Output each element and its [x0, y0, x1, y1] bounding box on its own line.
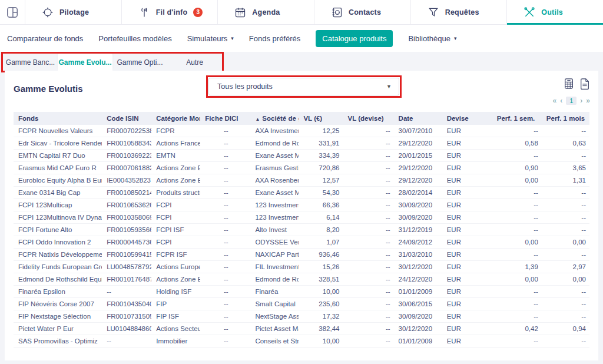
column-header-vl-devise[interactable]: VL (devise) [343, 112, 394, 125]
column-header-devise[interactable]: Devise [442, 112, 492, 125]
fund-name-cell[interactable]: FIP Nextstage Sélection [14, 310, 102, 323]
dashboard-logo-icon [6, 6, 19, 19]
table-row[interactable]: Fidelity Funds European Growth ...LU0048… [14, 261, 589, 273]
column-header-date[interactable]: Date [394, 112, 442, 125]
table-row[interactable]: Edr Sicav - Tricolore Rendement ...FR001… [14, 137, 589, 150]
table-row[interactable]: FCPI Oddo Innovation 2FR0000445736FCPI--… [14, 236, 589, 249]
column-header-fiche-dici[interactable]: Fiche DICI [200, 112, 250, 125]
table-cell: -- [343, 286, 394, 298]
last-page-button[interactable]: » [586, 97, 590, 105]
table-cell: 328,51 [299, 273, 343, 286]
table-cell: 0,00 [542, 273, 589, 286]
table-cell: EUR [442, 137, 492, 150]
table-cell: -- [542, 150, 589, 162]
table-cell: -- [542, 298, 589, 310]
table-cell: 24/09/2012 [394, 236, 442, 249]
table-cell: -- [542, 249, 589, 261]
table-cell: EUR [442, 211, 492, 224]
fund-name-cell[interactable]: Edr Sicav - Tricolore Rendement ... [14, 137, 102, 150]
table-row[interactable]: FIP Néovéris Corse 2007FR0010435040FIP--… [14, 298, 589, 310]
table-row[interactable]: FCPR Nouvelles ValeursFR0007022538FCPR--… [14, 125, 589, 137]
table-row[interactable]: SAS Promovillas - Optimiz--Immobilier--C… [14, 335, 589, 348]
table-row[interactable]: Pictet Water P EurLU0104884860Actions Se… [14, 323, 589, 335]
table-cell: 29/12/2020 [394, 137, 442, 150]
column-header-code-isin[interactable]: Code ISIN [102, 112, 151, 125]
table-cell: 31/12/2019 [394, 224, 442, 236]
table-row[interactable]: FCPR Natixis Développement et ...FR00105… [14, 249, 589, 261]
previous-page-button[interactable]: ‹ [560, 97, 562, 105]
chevron-down-icon: ▾ [454, 36, 457, 41]
fund-name-cell[interactable]: FCPR Natixis Développement et ... [14, 249, 102, 261]
subnav-bibliotheque[interactable]: Bibliothèque▾ [408, 34, 456, 43]
nav-item-requetes[interactable]: Requêtes [411, 0, 508, 24]
table-row[interactable]: Edmond De Rothschild Equity E...FR001017… [14, 273, 589, 286]
fund-name-cell[interactable]: FIP Néovéris Corse 2007 [14, 298, 102, 310]
table-row[interactable]: Finaréa Epsilon--Holding ISF--Finaréa10,… [14, 286, 589, 298]
target-icon [42, 6, 54, 18]
fund-name-cell[interactable]: Edmond De Rothschild Equity E... [14, 273, 102, 286]
fund-name-cell[interactable]: EMTN Capital R7 Duo [14, 150, 102, 162]
app-logo[interactable] [0, 0, 25, 24]
column-header-fonds[interactable]: Fonds [14, 112, 102, 125]
tab-gamme-optimum[interactable]: Gamme Opti... [112, 54, 167, 71]
subnav-portefeuilles-modeles[interactable]: Portefeuilles modèles [98, 34, 171, 43]
table-cell: 0,00 [492, 236, 542, 249]
table-row[interactable]: Eurobloc Equity Alpha B EurIE0004352823A… [14, 174, 589, 187]
tab-autre[interactable]: Autre [167, 54, 222, 71]
export-pdf-icon[interactable] [579, 78, 590, 90]
table-cell: NextStage Asset ... [250, 310, 299, 323]
table-cell: -- [492, 224, 542, 236]
subnav-comparateur-de-fonds[interactable]: Comparateur de fonds [7, 34, 83, 43]
subnav-catalogue-produits[interactable]: Catalogue produits [316, 30, 393, 47]
nav-item-pilotage[interactable]: Pilotage [25, 0, 122, 24]
fund-name-cell[interactable]: FCPI Fortune Alto [14, 224, 102, 236]
fund-name-cell[interactable]: Erasmus Mid CAP Euro R [14, 162, 102, 174]
fund-name-cell[interactable]: Fidelity Funds European Growth ... [14, 261, 102, 273]
fund-name-cell[interactable]: FCPI 123Multinova IV Dynamique [14, 211, 102, 224]
fund-name-cell[interactable]: Pictet Water P Eur [14, 323, 102, 335]
fund-name-cell[interactable]: FCPR Nouvelles Valeurs [14, 125, 102, 137]
current-page-indicator[interactable]: 1 [566, 97, 577, 105]
table-row[interactable]: FCPI 123Multinova IV DynamiqueFR00103580… [14, 211, 589, 224]
fund-name-cell[interactable]: FCPI Oddo Innovation 2 [14, 236, 102, 249]
tab-label: Gamme Evolu... [58, 58, 111, 67]
first-page-button[interactable]: « [553, 97, 557, 105]
table-cell: FCPI ISF [151, 224, 200, 236]
fund-name-cell[interactable]: Finaréa Epsilon [14, 286, 102, 298]
subnav-simulateurs[interactable]: Simulateurs▾ [187, 34, 234, 43]
table-row[interactable]: FCPI Fortune AltoFR0010593566FCPI ISF--A… [14, 224, 589, 236]
tab-gamme-evolutis[interactable]: Gamme Evolu... [58, 54, 112, 71]
subnav-fonds-preferes[interactable]: Fonds préférés [249, 34, 300, 43]
fund-name-cell[interactable]: SAS Promovillas - Optimiz [14, 335, 102, 348]
tab-gamme-bancaire[interactable]: Gamme Banc... [3, 54, 58, 71]
table-cell: EUR [442, 310, 492, 323]
nav-item-contacts[interactable]: Contacts [314, 0, 411, 24]
column-header-perf-1-mois[interactable]: Perf. 1 mois [542, 112, 589, 125]
table-cell: 01/01/2009 [394, 286, 442, 298]
column-header-societe-de-gestion[interactable]: ▲Société de gestion [250, 112, 299, 125]
nav-item-fil-dinfo[interactable]: Fil d'info 3 [122, 0, 218, 24]
table-cell: -- [343, 310, 394, 323]
top-navigation: Pilotage Fil d'info 3 Agenda Contacts [0, 0, 603, 25]
table-cell: 3,65 [542, 162, 589, 174]
table-cell: FR0010850214 [102, 187, 151, 199]
nav-item-agenda[interactable]: Agenda [218, 0, 314, 24]
products-filter-select[interactable]: Tous les produits ▼ [208, 78, 399, 95]
table-row[interactable]: Erasmus Mid CAP Euro RFR0007061882Action… [14, 162, 589, 174]
fund-name-cell[interactable]: FCPI 123Multicap [14, 199, 102, 211]
table-row[interactable]: FIP Nextstage SélectionFR0010731505FIP I… [14, 310, 589, 323]
fund-name-cell[interactable]: Exane 0314 Big Cap [14, 187, 102, 199]
fund-name-cell[interactable]: Eurobloc Equity Alpha B Eur [14, 174, 102, 187]
table-cell: -- [343, 236, 394, 249]
column-header-categorie[interactable]: Catégorie Mornings [151, 112, 200, 125]
export-excel-icon[interactable] [564, 78, 574, 90]
table-cell: 0,63 [542, 137, 589, 150]
table-cell: -- [343, 211, 394, 224]
nav-item-outils[interactable]: Outils [507, 0, 603, 24]
table-row[interactable]: FCPI 123MulticapFR0010653626FCPI--123 In… [14, 199, 589, 211]
next-page-button[interactable]: › [580, 97, 582, 105]
column-header-perf-1-sem[interactable]: Perf. 1 sem. [492, 112, 542, 125]
table-row[interactable]: EMTN Capital R7 DuoFR0010369223EMTN--Exa… [14, 150, 589, 162]
column-header-vl-eur[interactable]: VL (€) [299, 112, 343, 125]
table-row[interactable]: Exane 0314 Big CapFR0010850214Produits s… [14, 187, 589, 199]
